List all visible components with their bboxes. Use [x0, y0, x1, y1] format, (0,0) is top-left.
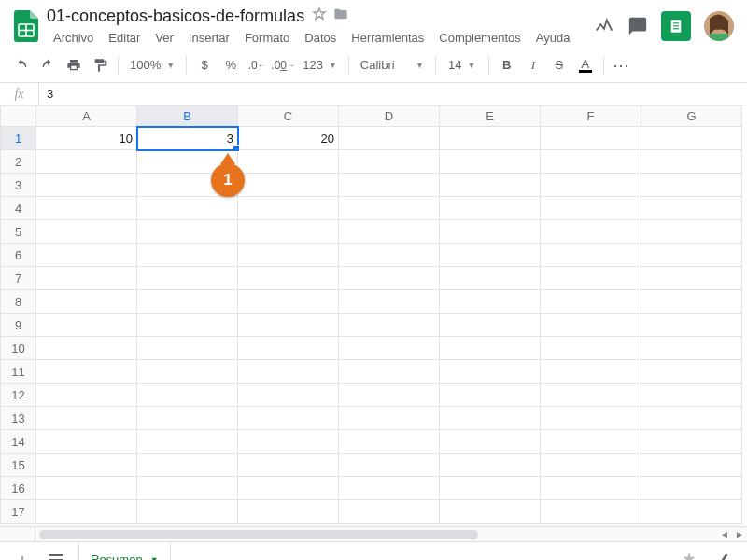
cell-C13[interactable] [238, 407, 339, 430]
cell-F3[interactable] [541, 174, 641, 197]
cell-C9[interactable] [238, 314, 339, 337]
cell-C11[interactable] [238, 360, 339, 384]
cell-A10[interactable] [36, 337, 137, 360]
scroll-left-icon[interactable]: ◄ [717, 529, 732, 539]
sheet-tab-menu-icon[interactable]: ▼ [150, 555, 159, 561]
cell-F12[interactable] [541, 384, 641, 407]
side-panel-toggle[interactable]: ❮ [713, 549, 736, 561]
cell-D2[interactable] [339, 150, 440, 174]
cell-B11[interactable] [137, 360, 238, 384]
explore-button[interactable] [678, 549, 700, 561]
cell-F5[interactable] [541, 220, 641, 244]
cell-G12[interactable] [641, 384, 742, 407]
cell-E11[interactable] [440, 360, 541, 384]
cell-G15[interactable] [641, 454, 742, 477]
scroll-right-icon[interactable]: ► [732, 529, 747, 539]
sheet-tab-resumen[interactable]: Resumen ▼ [78, 543, 171, 561]
cell-E10[interactable] [440, 337, 541, 360]
col-header-C[interactable]: C [238, 106, 339, 127]
cell-G2[interactable] [641, 150, 742, 174]
cell-E2[interactable] [440, 150, 541, 174]
cell-D15[interactable] [339, 454, 440, 477]
menu-view[interactable]: Ver [148, 28, 180, 48]
cell-F14[interactable] [541, 430, 641, 454]
percent-button[interactable]: % [218, 53, 243, 77]
cell-D11[interactable] [339, 360, 440, 384]
col-header-E[interactable]: E [440, 106, 541, 127]
cell-E12[interactable] [440, 384, 541, 407]
cell-A9[interactable] [36, 314, 137, 337]
cell-B14[interactable] [137, 430, 238, 454]
cell-D13[interactable] [339, 407, 440, 430]
print-button[interactable] [62, 53, 86, 77]
cell-E8[interactable] [440, 290, 541, 314]
cell-B5[interactable] [137, 220, 238, 244]
row-header-4[interactable]: 4 [1, 197, 36, 220]
redo-button[interactable] [35, 53, 60, 77]
increase-decimal-button[interactable]: .00→ [271, 53, 295, 77]
cell-D10[interactable] [339, 337, 440, 360]
cell-G7[interactable] [641, 267, 742, 290]
cell-G6[interactable] [641, 244, 742, 267]
cell-C17[interactable] [238, 500, 339, 524]
cell-C16[interactable] [238, 477, 339, 500]
folder-icon[interactable] [332, 7, 349, 25]
cell-F13[interactable] [541, 407, 641, 430]
cell-A16[interactable] [36, 477, 137, 500]
cell-C8[interactable] [238, 290, 339, 314]
menu-tools[interactable]: Herramientas [345, 28, 430, 48]
cell-G17[interactable] [641, 500, 742, 524]
font-size-select[interactable]: 14▼ [442, 58, 483, 72]
cell-A5[interactable] [36, 220, 137, 244]
add-sheet-button[interactable]: ＋ [11, 549, 34, 561]
text-color-button[interactable]: A [573, 53, 598, 77]
cell-D14[interactable] [339, 430, 440, 454]
cell-B4[interactable] [137, 197, 238, 220]
cell-F17[interactable] [541, 500, 641, 524]
cell-D6[interactable] [339, 244, 440, 267]
row-header-13[interactable]: 13 [1, 407, 36, 430]
undo-button[interactable] [9, 53, 34, 77]
menu-insert[interactable]: Insertar [182, 28, 236, 48]
row-header-11[interactable]: 11 [1, 360, 36, 384]
sheets-logo-icon[interactable] [9, 9, 43, 43]
horizontal-scrollbar[interactable]: ◄► [0, 526, 747, 541]
cell-G14[interactable] [641, 430, 742, 454]
row-header-17[interactable]: 17 [1, 500, 36, 524]
cell-D5[interactable] [339, 220, 440, 244]
cell-B16[interactable] [137, 477, 238, 500]
menu-addons[interactable]: Complementos [432, 28, 527, 48]
cell-A14[interactable] [36, 430, 137, 454]
cell-D3[interactable] [339, 174, 440, 197]
cell-G13[interactable] [641, 407, 742, 430]
cell-C2[interactable] [238, 150, 339, 174]
cell-F2[interactable] [541, 150, 641, 174]
col-header-D[interactable]: D [339, 106, 440, 127]
bold-button[interactable]: B [495, 53, 519, 77]
row-header-10[interactable]: 10 [1, 337, 36, 360]
row-header-1[interactable]: 1 [1, 127, 36, 150]
cell-B17[interactable] [137, 500, 238, 524]
cell-A1[interactable]: 10 [36, 127, 137, 150]
cell-A8[interactable] [36, 290, 137, 314]
cell-A13[interactable] [36, 407, 137, 430]
cell-B1[interactable]: 3 [137, 127, 238, 150]
all-sheets-button[interactable] [45, 549, 67, 561]
cell-F15[interactable] [541, 454, 641, 477]
account-avatar[interactable] [704, 11, 734, 41]
cell-A7[interactable] [36, 267, 137, 290]
col-header-G[interactable]: G [641, 106, 742, 127]
cell-C10[interactable] [238, 337, 339, 360]
cell-E3[interactable] [440, 174, 541, 197]
cell-E7[interactable] [440, 267, 541, 290]
row-header-3[interactable]: 3 [1, 174, 36, 197]
cell-C5[interactable] [238, 220, 339, 244]
cell-G9[interactable] [641, 314, 742, 337]
cell-G4[interactable] [641, 197, 742, 220]
cell-D17[interactable] [339, 500, 440, 524]
cell-E14[interactable] [440, 430, 541, 454]
row-header-5[interactable]: 5 [1, 220, 36, 244]
cell-D16[interactable] [339, 477, 440, 500]
currency-button[interactable]: $ [192, 53, 217, 77]
cell-G5[interactable] [641, 220, 742, 244]
